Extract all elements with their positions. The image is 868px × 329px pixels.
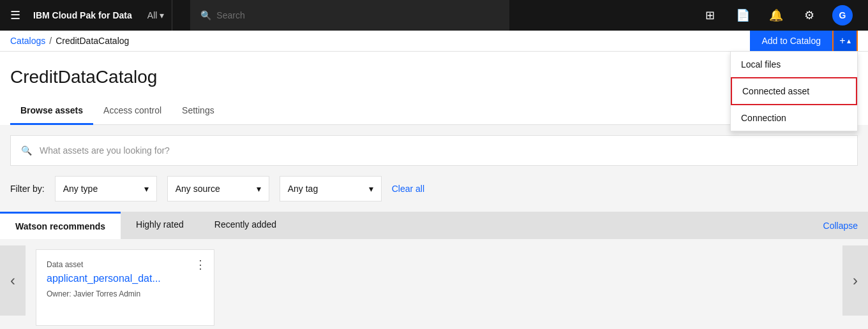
assets-section: Watson recommends Highly rated Recently … — [0, 212, 868, 329]
breadcrumb-current: CreditDataCatalog — [56, 36, 129, 46]
filter-by-label: Filter by: — [10, 184, 45, 194]
nav-right-actions: ⊞ 📄 🔔 ⚙ G — [694, 0, 858, 31]
asset-search-bar: 🔍 — [10, 135, 858, 166]
type-chevron-icon: ▾ — [144, 184, 149, 194]
category-bar: Watson recommends Highly rated Recently … — [0, 212, 868, 239]
clear-all-button[interactable]: Clear all — [392, 184, 424, 194]
bell-icon: 🔔 — [769, 8, 783, 22]
asset-card-title[interactable]: applicant_personal_dat... — [47, 273, 204, 284]
global-search[interactable]: 🔍 — [190, 0, 509, 31]
breadcrumb-catalogs[interactable]: Catalogs — [10, 36, 45, 46]
search-icon: 🔍 — [200, 10, 211, 20]
asset-card-owner: Owner: Javier Torres Admin — [47, 289, 204, 298]
breadcrumb-bar: Catalogs / CreditDataCatalog Add to Cata… — [0, 31, 868, 52]
tab-settings[interactable]: Settings — [172, 98, 225, 125]
breadcrumb-separator: / — [49, 36, 52, 46]
apps-icon: ⊞ — [705, 8, 715, 22]
tag-chevron-icon: ▾ — [369, 184, 373, 194]
assets-next-arrow[interactable]: › — [842, 245, 868, 316]
tab-access-control[interactable]: Access control — [93, 98, 172, 125]
dropdown-connected-asset[interactable]: Connected asset — [731, 77, 857, 105]
collapse-button[interactable]: Collapse — [823, 221, 858, 231]
apps-button[interactable]: ⊞ — [694, 0, 725, 31]
all-dropdown[interactable]: All ▾ — [140, 0, 173, 31]
document-icon: 📄 — [736, 8, 750, 22]
add-to-catalog-button[interactable]: Add to Catalog — [750, 28, 832, 54]
asset-card: Data asset ⋮ applicant_personal_dat... O… — [36, 249, 214, 326]
dropdown-connection[interactable]: Connection — [731, 105, 857, 131]
assets-outer: ‹ Data asset ⋮ applicant_personal_dat...… — [0, 239, 868, 326]
document-button[interactable]: 📄 — [728, 0, 758, 31]
filter-section: 🔍 Filter by: Any type ▾ Any source ▾ Any… — [0, 125, 868, 212]
filter-row: Filter by: Any type ▾ Any source ▾ Any t… — [10, 176, 858, 201]
expand-chevron-icon: ▴ — [847, 36, 851, 45]
settings-icon: ⚙ — [804, 8, 814, 22]
chevron-up-icon: + — [839, 35, 845, 47]
hamburger-menu-icon[interactable]: ☰ — [10, 8, 20, 22]
asset-search-input[interactable] — [40, 145, 847, 156]
add-to-catalog-expand-button[interactable]: + ▴ — [832, 28, 858, 54]
cat-tab-highly-rated[interactable]: Highly rated — [121, 212, 199, 239]
source-chevron-icon: ▾ — [257, 184, 261, 194]
chevron-left-icon: ‹ — [10, 272, 15, 289]
asset-search-icon: 🔍 — [21, 145, 32, 156]
settings-button[interactable]: ⚙ — [794, 0, 825, 31]
asset-card-menu-icon[interactable]: ⋮ — [195, 258, 206, 272]
bell-button[interactable]: 🔔 — [761, 0, 791, 31]
add-to-catalog-container: Add to Catalog + ▴ — [750, 28, 858, 54]
search-input[interactable] — [216, 10, 499, 20]
avatar[interactable]: G — [827, 0, 858, 31]
type-filter-dropdown[interactable]: Any type ▾ — [55, 176, 157, 201]
add-to-catalog-dropdown: Local files Connected asset Connection — [730, 51, 858, 131]
top-navigation: ☰ IBM Cloud Pak for Data All ▾ 🔍 ⊞ 📄 🔔 ⚙… — [0, 0, 868, 31]
cat-tab-watson-recommends[interactable]: Watson recommends — [0, 212, 121, 239]
assets-prev-arrow[interactable]: ‹ — [0, 245, 26, 316]
tag-filter-dropdown[interactable]: Any tag ▾ — [280, 176, 382, 201]
asset-type: Data asset — [47, 260, 204, 269]
dropdown-local-files[interactable]: Local files — [731, 52, 857, 77]
chevron-down-icon: ▾ — [160, 10, 164, 20]
assets-grid: Data asset ⋮ applicant_personal_dat... O… — [0, 239, 868, 326]
source-filter-dropdown[interactable]: Any source ▾ — [167, 176, 269, 201]
tab-browse-assets[interactable]: Browse assets — [10, 98, 93, 125]
app-title: IBM Cloud Pak for Data — [33, 10, 132, 20]
chevron-right-icon: › — [853, 272, 858, 289]
cat-tab-recently-added[interactable]: Recently added — [199, 212, 292, 239]
